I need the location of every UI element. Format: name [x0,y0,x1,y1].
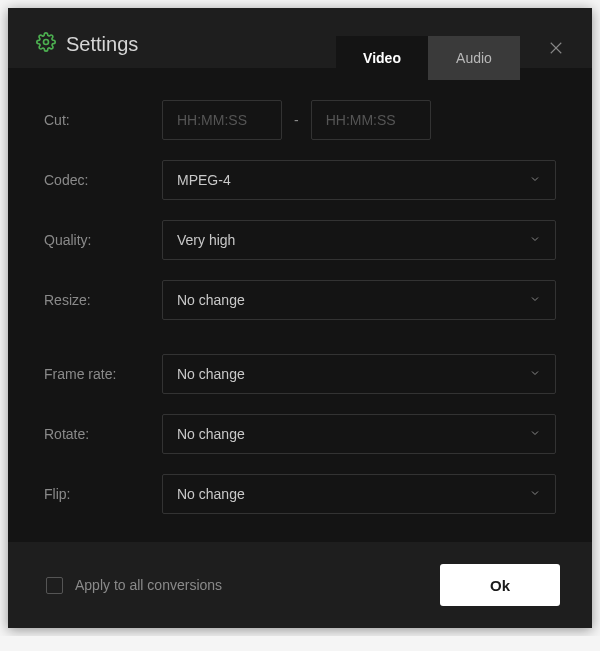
row-flip: Flip: No change [44,474,556,514]
cut-separator: - [294,112,299,128]
dialog-body: Cut: - Codec: MPEG-4 Quality: Very high … [8,68,592,542]
title-wrap: Settings [36,32,138,56]
chevron-down-icon [529,486,541,502]
close-icon [547,39,565,57]
settings-dialog: Settings Video Audio Cut: - Codec: MPE [8,8,592,628]
rotate-label: Rotate: [44,426,162,442]
framerate-select[interactable]: No change [162,354,556,394]
flip-select[interactable]: No change [162,474,556,514]
chevron-down-icon [529,232,541,248]
row-quality: Quality: Very high [44,220,556,260]
tab-video[interactable]: Video [336,36,428,80]
cut-label: Cut: [44,112,162,128]
resize-select[interactable]: No change [162,280,556,320]
apply-all-checkbox[interactable] [46,577,63,594]
gear-icon [36,32,56,56]
ok-button[interactable]: Ok [440,564,560,606]
quality-select[interactable]: Very high [162,220,556,260]
framerate-label: Frame rate: [44,366,162,382]
apply-all-checkbox-wrap[interactable]: Apply to all conversions [46,577,222,594]
chevron-down-icon [529,172,541,188]
row-codec: Codec: MPEG-4 [44,160,556,200]
page-title: Settings [66,33,138,56]
rotate-value: No change [177,426,245,442]
close-button[interactable] [542,34,570,62]
row-resize: Resize: No change [44,280,556,320]
resize-value: No change [177,292,245,308]
row-rotate: Rotate: No change [44,414,556,454]
cut-to-input[interactable] [311,100,431,140]
tabs: Video Audio [336,36,520,80]
framerate-value: No change [177,366,245,382]
flip-label: Flip: [44,486,162,502]
quality-value: Very high [177,232,235,248]
svg-point-0 [44,40,49,45]
row-cut: Cut: - [44,100,556,140]
cut-from-input[interactable] [162,100,282,140]
codec-label: Codec: [44,172,162,188]
tab-audio[interactable]: Audio [428,36,520,80]
apply-all-label: Apply to all conversions [75,577,222,593]
dialog-header: Settings Video Audio [8,8,592,68]
codec-select[interactable]: MPEG-4 [162,160,556,200]
dialog-footer: Apply to all conversions Ok [8,542,592,628]
chevron-down-icon [529,426,541,442]
codec-value: MPEG-4 [177,172,231,188]
chevron-down-icon [529,366,541,382]
resize-label: Resize: [44,292,162,308]
rotate-select[interactable]: No change [162,414,556,454]
row-framerate: Frame rate: No change [44,354,556,394]
quality-label: Quality: [44,232,162,248]
cut-field-wrap: - [162,100,556,140]
chevron-down-icon [529,292,541,308]
flip-value: No change [177,486,245,502]
